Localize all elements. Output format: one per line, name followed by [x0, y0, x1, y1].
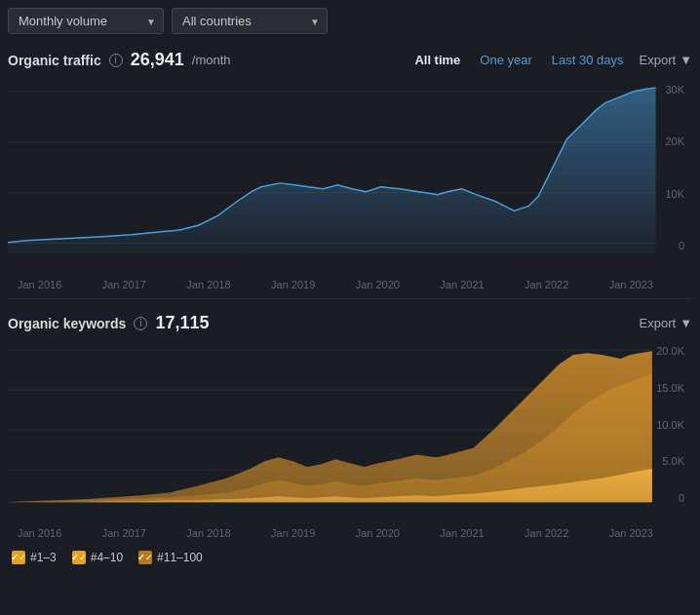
kw-y-label-5k: 5.0K	[656, 455, 688, 467]
kw-x-2022: Jan 2022	[525, 527, 568, 539]
legend-label-4-10: #4–10	[91, 551, 123, 564]
time-last30-btn[interactable]: Last 30 days	[548, 51, 628, 69]
keywords-x-axis: Jan 2016 Jan 2017 Jan 2018 Jan 2019 Jan …	[8, 523, 692, 539]
traffic-chart-svg	[8, 80, 656, 275]
top-controls: Monthly volumeWeekly volumeDaily volume …	[8, 8, 692, 34]
traffic-section-header: Organic traffic i 26,941 /month All time…	[8, 44, 692, 74]
country-select-wrapper: All countriesUnited StatesUnited Kingdom…	[172, 8, 328, 34]
keywords-y-axis: 20.0K 15.0K 10.0K 5.0K 0	[652, 343, 692, 523]
kw-x-2021: Jan 2021	[440, 527, 484, 539]
traffic-chart-area: 30K 20K 10K 0	[8, 80, 692, 275]
kw-y-label-0: 0	[656, 492, 688, 504]
traffic-value: 26,941	[131, 50, 184, 70]
keywords-section-header: Organic keywords i 17,115 Export ▼	[8, 307, 692, 337]
keywords-value: 17,115	[155, 313, 209, 333]
kw-x-2016: Jan 2016	[18, 527, 61, 539]
section-divider	[8, 298, 692, 299]
x-label-2021: Jan 2021	[440, 279, 484, 290]
keywords-legend: ✓ #1–3 ✓ #4–10 ✓ #11–100	[8, 543, 692, 564]
kw-x-2017: Jan 2017	[102, 527, 146, 539]
traffic-title-group: Organic traffic i 26,941 /month	[8, 50, 231, 70]
traffic-time-controls: All time One year Last 30 days Export ▼	[410, 51, 692, 69]
kw-y-label-15k: 15.0K	[656, 382, 688, 394]
legend-checkbox-1-3[interactable]: ✓	[12, 551, 25, 564]
x-label-2019: Jan 2019	[271, 279, 315, 290]
kw-x-2023: Jan 2023	[609, 527, 653, 539]
kw-x-2018: Jan 2018	[186, 527, 230, 539]
traffic-x-axis: Jan 2016 Jan 2017 Jan 2018 Jan 2019 Jan …	[8, 275, 692, 290]
kw-y-label-10k: 10.0K	[656, 419, 688, 431]
keywords-chart-container: 20.0K 15.0K 10.0K 5.0K 0 Jan 2016 Jan 20…	[8, 343, 692, 539]
kw-x-2019: Jan 2019	[271, 527, 315, 539]
legend-checkbox-11-100[interactable]: ✓	[138, 551, 152, 564]
keywords-chart-svg	[8, 343, 652, 523]
kw-y-label-20k: 20.0K	[656, 345, 688, 357]
traffic-chart-container: 30K 20K 10K 0 Jan 2016 Jan 2017 Jan 2018…	[8, 80, 692, 290]
x-label-2018: Jan 2018	[186, 279, 230, 290]
x-label-2016: Jan 2016	[18, 279, 61, 290]
x-label-2023: Jan 2023	[609, 279, 653, 290]
y-label-30k: 30K	[660, 84, 688, 96]
keywords-title-group: Organic keywords i 17,115	[8, 313, 209, 333]
x-label-2020: Jan 2020	[356, 279, 400, 290]
legend-checkbox-4-10[interactable]: ✓	[72, 551, 86, 564]
volume-select-wrapper: Monthly volumeWeekly volumeDaily volume	[8, 8, 164, 34]
x-label-2017: Jan 2017	[102, 279, 146, 290]
keywords-chart-area: 20.0K 15.0K 10.0K 5.0K 0	[8, 343, 692, 523]
x-label-2022: Jan 2022	[525, 279, 568, 290]
legend-label-11-100: #11–100	[157, 551, 203, 564]
traffic-y-axis: 30K 20K 10K 0	[656, 80, 692, 275]
traffic-title: Organic traffic	[8, 53, 101, 68]
volume-select[interactable]: Monthly volumeWeekly volumeDaily volume	[8, 8, 164, 34]
y-label-20k: 20K	[660, 135, 688, 147]
country-select[interactable]: All countriesUnited StatesUnited Kingdom…	[172, 8, 328, 34]
traffic-unit: /month	[192, 53, 231, 67]
time-oneyear-btn[interactable]: One year	[476, 51, 535, 69]
y-label-10k: 10K	[660, 188, 688, 200]
legend-item-11-100[interactable]: ✓ #11–100	[138, 551, 203, 564]
legend-label-1-3: #1–3	[30, 551, 57, 564]
y-label-0: 0	[660, 240, 688, 251]
legend-item-4-10[interactable]: ✓ #4–10	[72, 551, 123, 564]
traffic-export-btn[interactable]: Export ▼	[640, 53, 692, 67]
time-alltime-btn[interactable]: All time	[410, 51, 464, 69]
keywords-info-icon[interactable]: i	[134, 317, 147, 330]
traffic-info-icon[interactable]: i	[109, 54, 123, 67]
keywords-export-btn[interactable]: Export ▼	[640, 316, 692, 330]
kw-x-2020: Jan 2020	[356, 527, 400, 539]
keywords-title: Organic keywords	[8, 316, 126, 331]
legend-item-1-3[interactable]: ✓ #1–3	[12, 551, 57, 564]
